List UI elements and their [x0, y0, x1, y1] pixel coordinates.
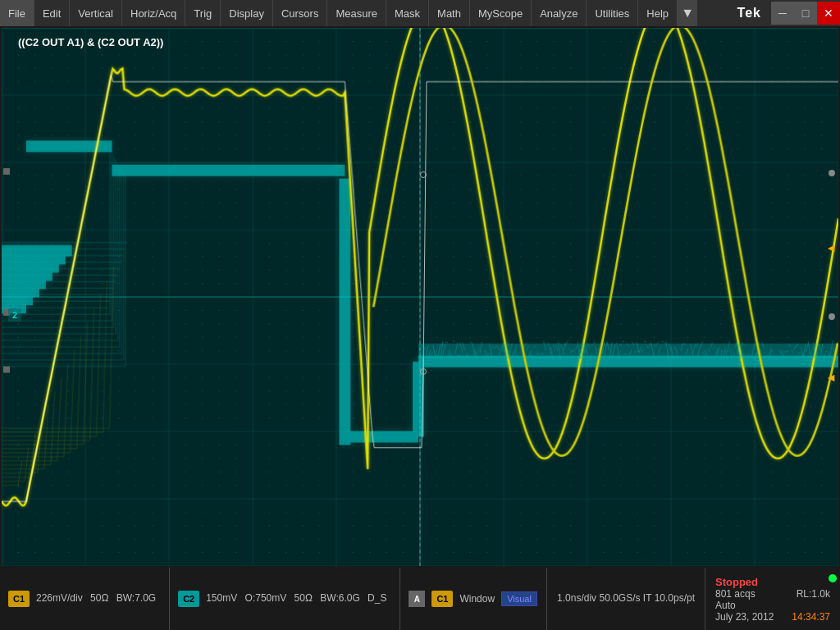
ch2-bandwidth: BW:6.0G [320, 591, 359, 606]
trigger-a-badge: A [409, 591, 425, 607]
cursor-dot-1 [420, 171, 427, 178]
trigger-ch-badge: C1 [431, 591, 453, 607]
date-text: July 23, 2012 [715, 611, 774, 623]
minimize-button[interactable]: ─ [771, 2, 794, 25]
grid-canvas [2, 28, 838, 566]
sample-rate: 50.0GS/s [599, 592, 640, 604]
menu-math[interactable]: Math [429, 0, 470, 26]
ch2-info: C2 150mV O:750mV 50Ω BW:6.0G D_S [170, 568, 400, 630]
status-right: Stopped 801 acqs RL:1.0k Auto July 23, 2… [705, 568, 840, 630]
ch1-bandwidth: BW:7.0G [116, 591, 156, 606]
menu-trig[interactable]: Trig [185, 0, 221, 26]
ch1-details: 226mV/div 50Ω BW:7.0G [36, 591, 161, 606]
menu-help[interactable]: Help [638, 0, 678, 26]
time-div: 1.0ns/div [557, 592, 596, 604]
ch2-details: 150mV O:750mV 50Ω BW:6.0G D_S [206, 591, 391, 606]
acquisitions-text: 801 acqs [715, 588, 756, 600]
title-bar: File Edit Vertical Horiz/Acq Trig Displa… [0, 0, 840, 26]
timebase-points: 10.0ps/pt [655, 592, 695, 604]
cursor-dot-2 [420, 368, 427, 375]
trigger-visual-badge: Visual [501, 591, 537, 606]
trigger-mode: Window [459, 593, 495, 605]
ch2-offset: O:750mV [245, 591, 287, 606]
side-dot-2 [829, 313, 835, 320]
menu-edit[interactable]: Edit [34, 0, 70, 26]
scope-display: ((C2 OUT A1) & (C2 OUT A2)) 2 ◄ ◄ [0, 26, 840, 568]
ch2-badge: C2 [178, 591, 199, 607]
menu-dropdown-arrow[interactable]: ▼ [678, 0, 697, 26]
status-bar: C1 226mV/div 50Ω BW:7.0G C2 150mV O:750m… [0, 568, 840, 630]
ch2-ds: D_S [368, 591, 386, 606]
maximize-button[interactable]: □ [794, 2, 817, 25]
menu-bar: File Edit Vertical Horiz/Acq Trig Displa… [0, 0, 697, 26]
trigger-info: A C1 Window Visual [400, 568, 547, 630]
time-text: 14:34:37 [792, 611, 830, 623]
timebase-mode: IT [643, 592, 651, 604]
menu-horiz-acq[interactable]: Horiz/Acq [122, 0, 185, 26]
side-dot-1 [829, 170, 835, 176]
trigger-green-dot [829, 574, 837, 582]
ch2-voltage: 150mV [206, 591, 237, 606]
ch2-marker: 2 [8, 308, 21, 322]
ch1-impedance: 50Ω [90, 591, 108, 606]
close-button[interactable]: ✕ [817, 2, 840, 25]
menu-mask[interactable]: Mask [386, 0, 429, 26]
time-info: 1.0ns/div 50.0GS/s IT 10.0ps/pt [547, 568, 705, 630]
window-controls: ─ □ ✕ [771, 2, 840, 25]
rl-text: RL:1.0k [797, 588, 830, 600]
ch2-impedance: 50Ω [294, 591, 313, 606]
menu-cursors[interactable]: Cursors [273, 0, 328, 26]
ch1-info: C1 226mV/div 50Ω BW:7.0G [0, 568, 170, 630]
menu-analyze[interactable]: Analyze [532, 0, 587, 26]
formula-label: ((C2 OUT A1) & (C2 OUT A2)) [18, 36, 163, 48]
timebase-details: 1.0ns/div 50.0GS/s IT 10.0ps/pt [557, 591, 695, 606]
menu-file[interactable]: File [0, 0, 34, 26]
menu-myscope[interactable]: MyScope [470, 0, 532, 26]
ch1-volts-div: 226mV/div [36, 591, 83, 606]
right-arrow-1: ◄ [825, 241, 837, 254]
menu-vertical[interactable]: Vertical [70, 0, 122, 26]
auto-text: Auto [715, 600, 736, 611]
right-arrow-2: ◄ [825, 371, 837, 384]
ch1-badge: C1 [8, 591, 30, 607]
menu-utilities[interactable]: Utilities [587, 0, 638, 26]
stopped-text: Stopped [715, 576, 830, 588]
menu-display[interactable]: Display [221, 0, 273, 26]
menu-measure[interactable]: Measure [327, 0, 386, 26]
tek-logo: Tek [728, 6, 771, 21]
